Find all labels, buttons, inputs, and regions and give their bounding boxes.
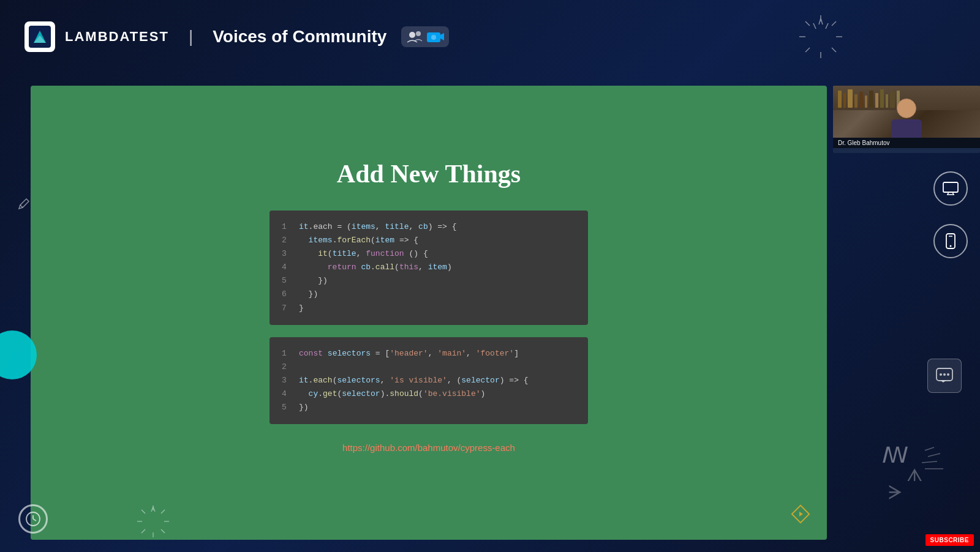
svg-text:ꟿ: ꟿ (882, 443, 908, 468)
svg-marker-19 (799, 512, 803, 517)
svg-point-31 (943, 373, 946, 376)
voices-label: Voices of Community (213, 27, 386, 47)
svg-line-53 (922, 461, 937, 463)
svg-marker-29 (941, 381, 946, 382)
code-line: 4 cy.get(selector).should('be.visible') (282, 387, 576, 401)
phone-icon-button[interactable] (933, 224, 968, 258)
slide-container: Add New Things 1 it.each = (items, title… (31, 86, 827, 540)
svg-point-17 (431, 35, 436, 40)
svg-point-25 (950, 245, 952, 247)
svg-point-32 (947, 373, 949, 376)
pencil-icon (17, 196, 32, 214)
svg-point-13 (409, 32, 415, 38)
code-line: 1 it.each = (items, title, cb) => { (282, 220, 576, 234)
svg-line-45 (141, 529, 145, 533)
camera-icon (426, 29, 444, 45)
code-line: 2 items.forEach(item => { (282, 234, 576, 247)
subscribe-button[interactable]: SUBSCRIBE (925, 534, 974, 546)
svg-line-27 (20, 205, 23, 207)
code-line: 1 const selectors = ['header', 'main', '… (282, 347, 576, 360)
svg-text:ᗑ: ᗑ (907, 466, 922, 485)
svg-line-51 (925, 447, 934, 450)
webcam-name: Dr. Gleb Bahmutov (833, 138, 980, 148)
code-block-2: 1 const selectors = ['header', 'main', '… (270, 337, 588, 424)
right-icons-panel (933, 171, 968, 258)
svg-line-44 (161, 510, 165, 513)
svg-text:ᗒ: ᗒ (888, 482, 902, 504)
community-badge (401, 26, 449, 47)
code-line: 5 }) (282, 274, 576, 288)
logo-area: LAMBDATEST | Voices of Community (24, 21, 449, 52)
svg-marker-16 (440, 33, 444, 40)
code-line: 3 it(title, function () { (282, 247, 576, 261)
clock-icon-button[interactable] (18, 504, 48, 534)
slide-nav-diamond[interactable] (790, 503, 812, 528)
person-silhouette (891, 99, 922, 138)
svg-line-52 (928, 453, 940, 457)
code-line: 6 }) (282, 288, 576, 301)
svg-line-37 (33, 519, 36, 521)
monitor-icon-button[interactable] (933, 171, 968, 206)
header: LAMBDATEST | Voices of Community (0, 0, 980, 73)
header-divider: | (189, 27, 193, 47)
lambdatest-logo-icon (24, 21, 55, 52)
code-block-1: 1 it.each = (items, title, cb) => { 2 it… (270, 211, 588, 325)
webcam-video (833, 86, 980, 138)
webcam-panel: Dr. Gleb Bahmutov (833, 86, 980, 153)
svg-line-43 (161, 529, 165, 533)
svg-line-42 (141, 510, 145, 513)
code-line: 5 }) (282, 401, 576, 414)
community-icon (406, 30, 423, 43)
svg-point-30 (940, 373, 942, 376)
code-line: 4 return cb.call(this, item) (282, 261, 576, 274)
svg-point-14 (416, 31, 421, 36)
spinner-decoration (135, 503, 172, 540)
svg-rect-20 (943, 182, 958, 192)
chat-icon-button[interactable] (927, 359, 962, 393)
code-line: 7 } (282, 302, 576, 315)
slide-title: Add New Things (337, 159, 521, 188)
bottom-right-decoration: ꟿ ᗑ ᗒ (876, 438, 949, 515)
logo-text: LAMBDATEST (65, 29, 169, 45)
code-line: 2 (282, 360, 576, 374)
github-link[interactable]: https://github.com/bahmutov/cypress-each (342, 442, 515, 453)
code-line: 3 it.each(selectors, 'is visible', (sele… (282, 374, 576, 387)
